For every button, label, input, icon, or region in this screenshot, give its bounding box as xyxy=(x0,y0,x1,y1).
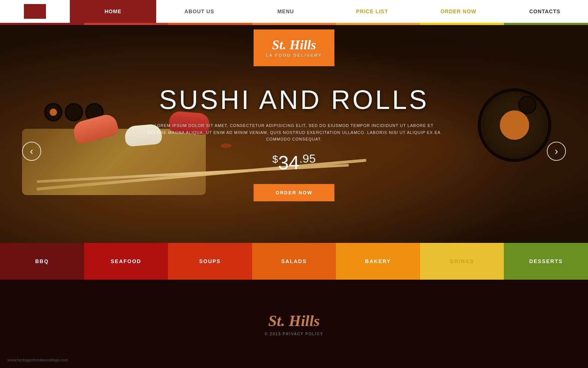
color-bar-segment-0 xyxy=(0,23,84,25)
logo-subtitle: LA FOOD DELIVERY xyxy=(266,53,322,57)
color-bar-segment-2 xyxy=(168,23,252,25)
logo-placeholder xyxy=(24,4,46,19)
color-bar-segment-4 xyxy=(336,23,420,25)
color-bar-segment-3 xyxy=(252,23,336,25)
brand-logo: St. Hills LA FOOD DELIVERY xyxy=(254,29,334,66)
maki-2 xyxy=(65,103,83,121)
nav-item-home[interactable]: HOME xyxy=(70,0,156,23)
color-bar-segment-5 xyxy=(420,23,504,25)
price-symbol: $ xyxy=(272,153,278,165)
footer-website: www.heritagechristiancollege.com xyxy=(7,358,68,362)
category-desserts[interactable]: DESSERTS xyxy=(504,243,588,280)
price-whole: 34 xyxy=(278,152,300,173)
hero-description: LOREM IPSUM DOLOR SIT AMET, CONSECTETUR … xyxy=(147,122,441,143)
maki-1 xyxy=(44,103,62,121)
hero-section: St. Hills LA FOOD DELIVERY SUSHI AND ROL… xyxy=(0,0,588,243)
chevron-right-icon: › xyxy=(555,146,558,156)
maki-small-right xyxy=(518,96,537,114)
navigation: HOMEABOUT USMENUPRICE LISTORDER NOWCONTA… xyxy=(0,0,588,23)
category-seafood[interactable]: SEAFOOD xyxy=(84,243,168,280)
category-bbq[interactable]: BBQ xyxy=(0,243,84,280)
price-cents: .95 xyxy=(299,152,315,165)
hero-price: $34.95 xyxy=(147,152,441,174)
category-bar: BBQSEAFOODSOUPSSALADSBAKERYDRINKSDESSERT… xyxy=(0,243,588,280)
nav-logo xyxy=(0,0,70,23)
footer: St. Hills © 2013 PRIVACY POLICY www.heri… xyxy=(0,280,588,368)
color-bar xyxy=(0,23,588,25)
nav-item-contacts[interactable]: CONTACTS xyxy=(502,0,588,23)
nav-item-pricelist[interactable]: PRICE LIST xyxy=(329,0,415,23)
category-bakery[interactable]: BAKERY xyxy=(336,243,420,280)
color-bar-segment-6 xyxy=(504,23,588,25)
footer-logo: St. Hills xyxy=(268,312,320,330)
color-bar-segment-1 xyxy=(84,23,168,25)
chevron-left-icon: ‹ xyxy=(30,146,33,156)
next-arrow-button[interactable]: › xyxy=(547,142,566,161)
nav-item-menu[interactable]: MENU xyxy=(243,0,329,23)
maki-large xyxy=(478,88,551,162)
order-now-button[interactable]: ORDER NOW xyxy=(254,184,334,201)
nav-item-ordernow[interactable]: ORDER NOW xyxy=(415,0,502,23)
nav-item-about[interactable]: ABOUT US xyxy=(156,0,243,23)
footer-copyright: © 2013 PRIVACY POLICY xyxy=(265,332,323,336)
logo-script: St. Hills xyxy=(272,38,316,52)
category-soups[interactable]: SOUPS xyxy=(168,243,252,280)
category-salads[interactable]: SALADS xyxy=(252,243,336,280)
prev-arrow-button[interactable]: ‹ xyxy=(22,142,41,161)
hero-content: SUSHI AND ROLLS LOREM IPSUM DOLOR SIT AM… xyxy=(147,85,441,201)
category-drinks[interactable]: DRINKS xyxy=(420,243,504,280)
hero-title: SUSHI AND ROLLS xyxy=(147,85,441,115)
